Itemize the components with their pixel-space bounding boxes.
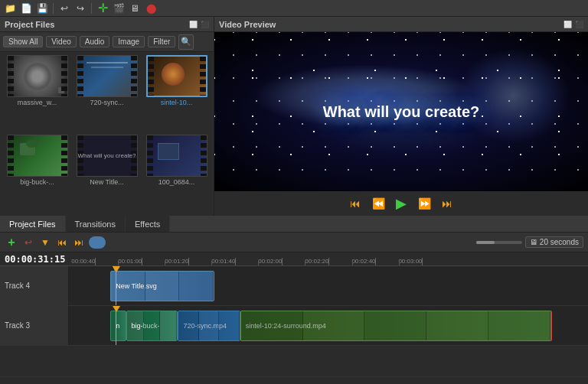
rewind-to-start-button[interactable]: ⏮ [347, 195, 364, 212]
timeline-remove-button[interactable]: ↩ [21, 236, 35, 249]
timeline-ruler[interactable]: 00:00:31:15 00:00:40 00:01:00 00:01:20 0… [0, 252, 588, 266]
bottom-tabs: Project Files Transitions Effects [0, 216, 588, 233]
playback-controls: ⏮ ⏪ ▶ ⏩ ⏭ [214, 191, 588, 216]
video-overlay-text: What will you create? [323, 103, 479, 121]
clip-frame [178, 311, 198, 340]
filter-video[interactable]: Video [46, 36, 76, 47]
media-thumb-sintel[interactable] [146, 55, 207, 97]
film-icon[interactable]: 🎬 [112, 2, 126, 15]
ruler-tick-minor [165, 261, 165, 265]
timeline-forward-button[interactable]: ⏭ [72, 236, 86, 249]
ruler-mark: 00:00:40 [95, 258, 96, 265]
clip-frame [199, 311, 219, 340]
track-3-row: Track 3 n big-buck- [0, 306, 588, 346]
monitor-small-icon: 🖥 [530, 238, 537, 246]
timeline-scrollbar[interactable] [0, 376, 588, 384]
track-3-content[interactable]: n big-buck- [69, 306, 588, 345]
clip-frame [426, 311, 488, 340]
filter-filter[interactable]: Filter [148, 36, 175, 47]
new-file-icon[interactable]: 📄 [19, 2, 33, 15]
media-label-sintel: sintel-10... [161, 99, 193, 106]
video-preview: What will you create? [214, 32, 588, 191]
seconds-selector[interactable]: 🖥 20 seconds [525, 236, 583, 248]
add-icon[interactable]: ✛ [96, 2, 109, 15]
filter-show-all[interactable]: Show All [3, 36, 43, 47]
track-4-header: Track 4 [0, 266, 69, 305]
media-label-bigbuck: big-buck-... [20, 178, 54, 186]
media-label-massive: massive_w... [18, 99, 57, 106]
ruler-mark: 00:02:00 [282, 258, 283, 265]
tab-project-files[interactable]: Project Files [0, 216, 66, 232]
zoom-controls [476, 241, 522, 244]
timeline-snap-button[interactable] [89, 236, 106, 249]
tab-transitions[interactable]: Transitions [66, 216, 126, 232]
rewind-button[interactable]: ⏪ [370, 195, 387, 212]
clip-frame [179, 272, 214, 301]
clip-bigbuck[interactable]: big-buck- [126, 311, 178, 341]
new-folder-icon[interactable]: 📁 [3, 2, 17, 15]
filter-bar: Show All Video Audio Image Filter 🔍 [0, 32, 214, 52]
clip-n[interactable]: n [110, 311, 126, 341]
media-item[interactable]: big-buck-... [3, 135, 71, 213]
redo-icon[interactable]: ↪ [74, 2, 87, 15]
clip-frame [364, 311, 426, 340]
ruler-tick-minor [118, 261, 119, 265]
undo-icon[interactable]: ↩ [57, 2, 71, 15]
ruler-mark: 00:01:00 [142, 258, 142, 265]
forward-to-end-button[interactable]: ⏭ [439, 195, 456, 212]
playhead-track4 [116, 266, 116, 305]
clip-frames [111, 272, 214, 301]
toolbar-separator-2 [91, 3, 92, 14]
main-toolbar: 📁 📄 💾 ↩ ↪ ✛ 🎬 🖥 ⬤ [0, 0, 588, 17]
track-4-content[interactable]: New Title.svg [69, 266, 588, 305]
clip-frames [178, 311, 239, 340]
media-thumb-100[interactable] [146, 135, 207, 177]
preview-expand-icon[interactable]: ⬜ [564, 21, 572, 28]
media-thumb-720[interactable] [77, 55, 138, 97]
clip-frame [241, 311, 303, 340]
filter-audio[interactable]: Audio [80, 36, 110, 47]
play-button[interactable]: ▶ [393, 195, 410, 212]
zoom-slider[interactable] [476, 241, 522, 244]
clip-new-title[interactable]: New Title.svg [110, 271, 214, 301]
main-area: Project Files ⬜ ⬛ Show All Video Audio I… [0, 17, 588, 216]
timeline-toolbar: + ↩ ▼ ⏮ ⏭ 🖥 20 seconds [0, 233, 588, 252]
clip-sintel[interactable]: sintel-10:24-surround.mp4 [240, 311, 552, 341]
ruler-marks: 00:00:40 00:01:00 00:01:20 00:01:40 00:0… [69, 252, 588, 265]
tab-effects[interactable]: Effects [126, 216, 170, 232]
record-icon[interactable]: ⬤ [144, 2, 158, 15]
project-panel-title: Project Files [5, 20, 54, 29]
toolbar-separator [53, 3, 54, 14]
save-icon[interactable]: 💾 [35, 2, 49, 15]
bottom-section: Project Files Transitions Effects + ↩ ▼ … [0, 216, 588, 384]
project-panel: Project Files ⬜ ⬛ Show All Video Audio I… [0, 17, 214, 216]
media-thumb-title[interactable]: What will you create? [77, 135, 138, 177]
ruler-mark: 00:01:20 [188, 258, 189, 265]
media-item[interactable]: What will you create? New Title... [73, 135, 141, 213]
timeline-rewind-button[interactable]: ⏮ [55, 236, 69, 249]
project-collapse-icon[interactable]: ⬛ [201, 21, 209, 28]
filter-image[interactable]: Image [113, 36, 145, 47]
media-item[interactable]: 720-sync... [73, 55, 141, 133]
project-expand-icon[interactable]: ⬜ [189, 21, 198, 28]
media-label-title: New Title... [90, 178, 124, 186]
ruler-tick-minor [258, 261, 259, 265]
fast-forward-button[interactable]: ⏩ [416, 195, 433, 212]
ruler-mark: 00:02:20 [328, 258, 329, 265]
media-thumb-massive[interactable] [7, 55, 68, 97]
media-label-720: 720-sync... [90, 99, 123, 106]
monitor-icon[interactable]: 🖥 [128, 2, 142, 15]
clip-720sync[interactable]: 720-sync.mp4 [178, 311, 240, 341]
project-panel-header: Project Files ⬜ ⬛ [0, 17, 214, 32]
ruler-mark: 00:02:40 [375, 258, 376, 265]
filter-search-icon[interactable]: 🔍 [178, 34, 194, 50]
timeline-add-button[interactable]: + [5, 236, 18, 249]
preview-collapse-icon[interactable]: ⬛ [575, 21, 583, 28]
timeline-dropdown-button[interactable]: ▼ [38, 236, 52, 249]
media-item[interactable]: 100_0684... [142, 135, 211, 213]
media-grid: massive_w... 720-sync... sintel-10. [0, 52, 214, 216]
media-item[interactable]: massive_w... [3, 55, 71, 133]
media-item-sintel[interactable]: sintel-10... [142, 55, 211, 133]
media-thumb-bigbuck[interactable] [7, 135, 68, 177]
media-label-100: 100_0684... [158, 178, 195, 186]
